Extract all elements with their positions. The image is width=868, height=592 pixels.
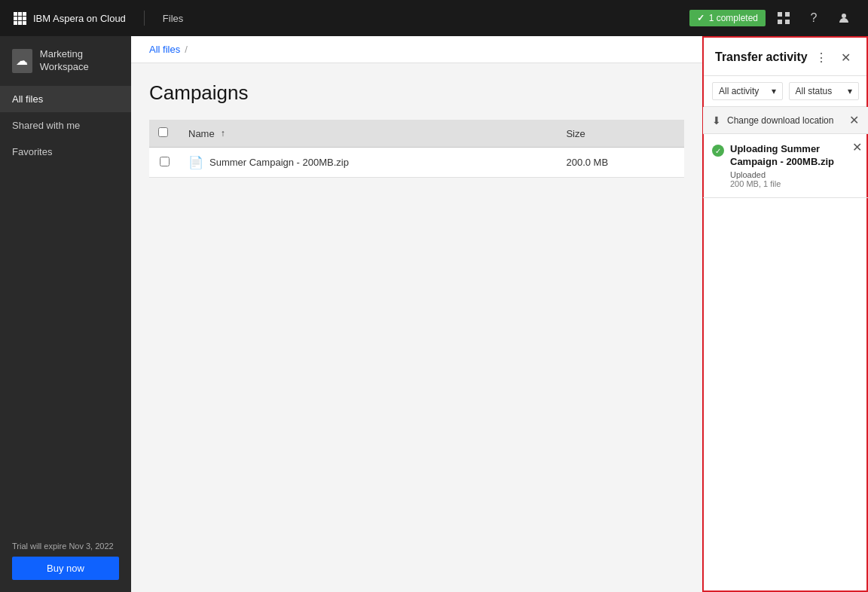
select-all-checkbox[interactable]: [158, 127, 168, 137]
sidebar: ☁ Marketing Workspace All files Shared w…: [0, 36, 131, 592]
page-title: Campaigns: [149, 81, 684, 105]
row-size-cell: 200.0 MB: [557, 148, 684, 178]
status-filter[interactable]: All status ▾: [789, 82, 860, 100]
check-icon: ✓: [697, 13, 704, 23]
favorites-label: Favorites: [12, 146, 52, 157]
activity-filter-chevron: ▾: [772, 86, 776, 96]
help-icon-btn[interactable]: ?: [802, 6, 826, 30]
user-icon: [838, 12, 850, 24]
sidebar-item-all-files[interactable]: All files: [0, 86, 131, 112]
sidebar-item-favorites[interactable]: Favorites: [0, 139, 131, 165]
activity-filter-label: All activity: [719, 86, 759, 96]
trial-text: Trial will expire Nov 3, 2022: [12, 542, 119, 551]
shared-with-me-label: Shared with me: [12, 120, 80, 131]
transfer-panel-header: Transfer activity ⋮ ✕: [703, 36, 868, 76]
page-content: Campaigns Name ↑ Size: [131, 63, 702, 592]
download-location-text[interactable]: Change download location: [727, 115, 843, 126]
transfer-item-header: ✓ Uploading Summer Campaign - 200MB.zip …: [712, 143, 859, 188]
breadcrumb-all-files[interactable]: All files: [149, 44, 180, 55]
status-filter-chevron: ▾: [848, 86, 852, 96]
app-icon-box: ☁: [12, 49, 32, 73]
status-filter-label: All status: [796, 86, 833, 96]
user-icon-btn[interactable]: [832, 6, 856, 30]
row-checkbox[interactable]: [160, 157, 170, 166]
apps-icon-btn[interactable]: [772, 6, 796, 30]
main-layout: ☁ Marketing Workspace All files Shared w…: [0, 36, 868, 592]
header-name: Name ↑: [179, 120, 557, 148]
completed-badge[interactable]: ✓ 1 completed: [689, 10, 766, 26]
file-icon: 📄: [188, 155, 203, 169]
sidebar-app-icon: ☁ Marketing Workspace: [0, 36, 131, 86]
ibm-logo-icon: [12, 11, 27, 26]
buy-now-button[interactable]: Buy now: [12, 557, 119, 580]
transfer-item-status: Uploaded: [730, 170, 859, 179]
row-checkbox-cell: [149, 148, 179, 178]
close-icon: ✕: [841, 50, 851, 65]
table-row: 📄 Summer Campaign - 200MB.zip 200.0 MB: [149, 148, 684, 178]
apps-icon: [778, 12, 790, 24]
row-name-cell: 📄 Summer Campaign - 200MB.zip: [179, 148, 557, 178]
header-right: ✓ 1 completed ?: [689, 6, 856, 30]
transfer-more-btn[interactable]: ⋮: [811, 47, 832, 68]
sidebar-item-shared-with-me[interactable]: Shared with me: [0, 112, 131, 139]
filter-row: All activity ▾ All status ▾: [703, 76, 868, 107]
header-divider: [144, 11, 145, 26]
svg-rect-0: [778, 12, 782, 17]
sidebar-nav: All files Shared with me Favorites: [0, 86, 131, 529]
content-area: All files / Campaigns Name ↑: [131, 36, 702, 592]
logo-grid: [14, 12, 26, 25]
sidebar-footer: Trial will expire Nov 3, 2022 Buy now: [0, 529, 131, 592]
app-name: IBM Aspera on Cloud: [33, 13, 126, 24]
transfer-panel: Transfer activity ⋮ ✕ All activity ▾ All…: [702, 36, 868, 592]
header-section: Files: [163, 13, 183, 24]
header-size: Size: [557, 120, 684, 148]
ibm-logo: IBM Aspera on Cloud: [12, 11, 126, 26]
sort-icon: ↑: [221, 128, 225, 139]
breadcrumb: All files /: [131, 36, 702, 63]
transfer-title: Transfer activity: [715, 50, 808, 64]
svg-point-4: [842, 14, 846, 18]
top-header: IBM Aspera on Cloud Files ✓ 1 completed …: [0, 0, 868, 36]
breadcrumb-separator: /: [185, 44, 188, 55]
header-checkbox-cell: [149, 120, 179, 148]
transfer-header-actions: ⋮ ✕: [811, 47, 856, 68]
all-files-label: All files: [12, 93, 43, 105]
table-header-row: Name ↑ Size: [149, 120, 684, 148]
help-icon: ?: [811, 11, 818, 25]
transfer-item-close[interactable]: ✕: [852, 140, 862, 154]
download-icon: ⬇: [712, 114, 721, 127]
svg-rect-3: [785, 20, 790, 24]
svg-rect-2: [778, 20, 782, 24]
check-icon: ✓: [715, 147, 721, 155]
file-table: Name ↑ Size 📄: [149, 120, 684, 178]
transfer-status-icon: ✓: [712, 145, 724, 157]
workspace-name: Marketing Workspace: [40, 48, 119, 74]
download-location-bar: ⬇ Change download location ✕: [703, 107, 868, 134]
transfer-item-name: Uploading Summer Campaign - 200MB.zip: [730, 143, 859, 169]
transfer-item-details: 200 MB, 1 file: [730, 179, 859, 188]
transfer-close-btn[interactable]: ✕: [835, 47, 856, 68]
file-name: Summer Campaign - 200MB.zip: [209, 157, 349, 168]
svg-rect-1: [785, 12, 790, 17]
more-icon: ⋮: [815, 50, 827, 65]
transfer-item-info: Uploading Summer Campaign - 200MB.zip Up…: [730, 143, 859, 188]
cloud-icon: ☁: [16, 53, 28, 68]
transfer-item: ✓ Uploading Summer Campaign - 200MB.zip …: [703, 134, 868, 198]
activity-filter[interactable]: All activity ▾: [712, 82, 783, 100]
download-location-close[interactable]: ✕: [849, 113, 859, 127]
header-left: IBM Aspera on Cloud Files: [12, 11, 689, 26]
completed-label: 1 completed: [709, 13, 758, 23]
